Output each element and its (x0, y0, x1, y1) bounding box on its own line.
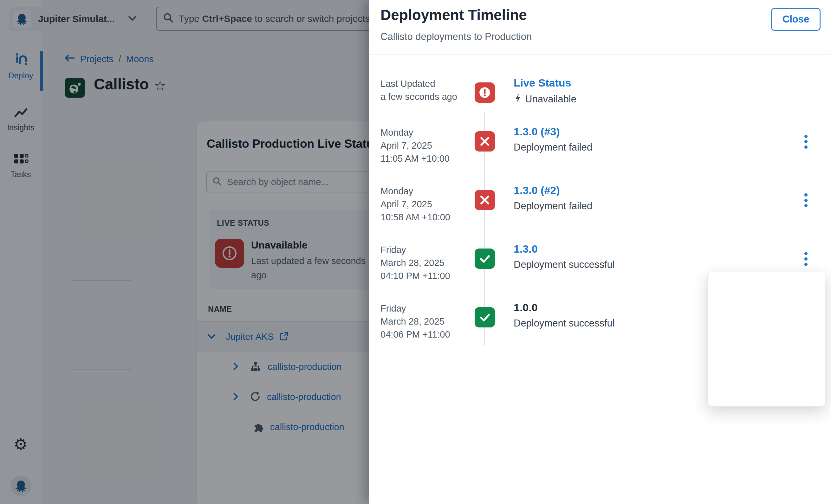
release-link[interactable]: 1.3.0 (514, 243, 615, 255)
failed-x-icon (479, 195, 490, 205)
timeline-status-text: Deployment successful (514, 259, 615, 270)
timeline-status-icon (475, 82, 495, 103)
timeline-status-text: Deployment failed (514, 142, 592, 153)
timeline-details: 1.3.0 Deployment successful (514, 243, 615, 270)
release-link[interactable]: 1.3.0 (#2) (514, 184, 592, 197)
timeline-status-text: Deployment failed (514, 200, 592, 212)
overflow-menu-icon[interactable] (798, 250, 814, 268)
timeline-date: Friday March 28, 2025 04:10 PM +11:00 (380, 243, 450, 283)
context-menu-item[interactable] (708, 283, 825, 311)
timeline-status-icon (475, 307, 495, 327)
timeline-list: Last Updated a few seconds ago (369, 0, 831, 504)
deployment-timeline-panel: Deployment Timeline Callisto deployments… (369, 0, 831, 504)
timeline-status-text: Deployment successful (514, 318, 615, 329)
bolt-icon (514, 93, 522, 106)
timeline-details: 1.3.0 (#3) Deployment failed (514, 125, 592, 153)
failed-x-icon (479, 136, 490, 147)
overflow-menu-icon[interactable] (798, 191, 814, 210)
timeline-details: 1.0.0 Deployment successful (514, 301, 615, 329)
timeline-date: Friday March 28, 2025 04:06 PM +11:00 (380, 302, 450, 341)
timeline-status-text: Unavailable (514, 93, 576, 106)
timeline-date: Last Updated a few seconds ago (380, 77, 457, 103)
release-link[interactable]: 1.3.0 (#3) (514, 125, 592, 138)
timeline-details: 1.3.0 (#2) Deployment failed (514, 184, 592, 212)
success-check-icon (479, 253, 491, 265)
timeline-date: Monday April 7, 2025 11:05 AM +10:00 (380, 126, 450, 165)
release-link[interactable]: 1.0.0 (514, 301, 615, 314)
timeline-details: Live Status Unavailable (514, 77, 576, 106)
timeline-row: Monday April 7, 2025 10:58 AM +10:00 1.3… (369, 182, 831, 231)
context-menu-item[interactable] (708, 339, 825, 367)
app-root: Deploy Insights (0, 0, 831, 504)
timeline-status-icon (475, 248, 495, 269)
timeline-row: Monday April 7, 2025 11:05 AM +10:00 1.3… (369, 124, 831, 172)
overflow-menu-icon[interactable] (798, 132, 814, 151)
timeline-row: Last Updated a few seconds ago (369, 75, 831, 123)
context-menu-item[interactable] (708, 367, 825, 395)
success-check-icon (479, 311, 491, 323)
timeline-status-icon (475, 190, 495, 210)
timeline-status-icon (475, 131, 495, 151)
release-link[interactable]: Live Status (514, 77, 576, 89)
context-menu-item[interactable] (708, 311, 825, 339)
deployment-context-menu (707, 272, 825, 407)
timeline-date: Monday April 7, 2025 10:58 AM +10:00 (380, 185, 450, 224)
alert-filled-icon (477, 84, 493, 101)
modal-backdrop[interactable] (0, 0, 369, 504)
